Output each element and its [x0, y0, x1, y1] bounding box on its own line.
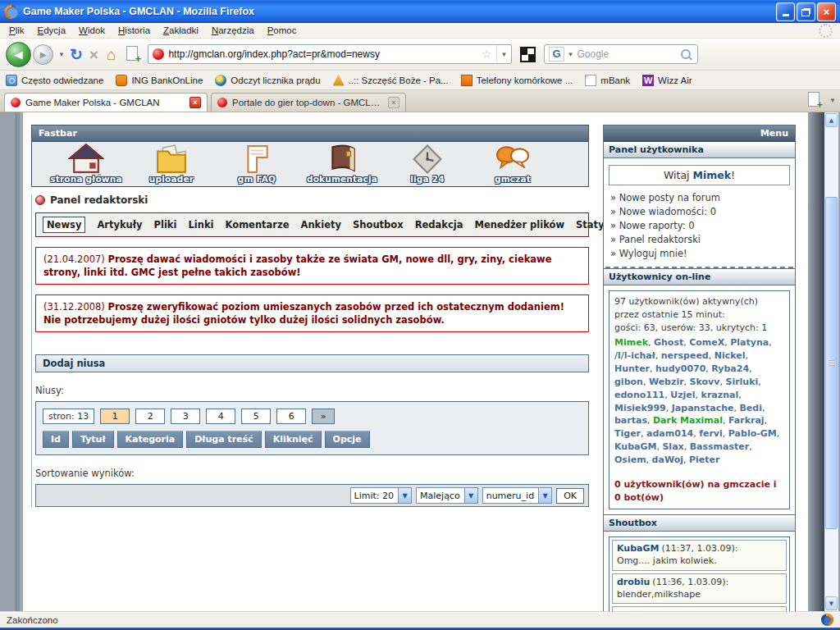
new-page-icon[interactable]: [126, 46, 139, 62]
bookmark-item[interactable]: ..:: Szczęść Boże - Pa...: [333, 75, 449, 86]
restore-button[interactable]: [797, 2, 815, 21]
online-user-link[interactable]: Pablo-GM: [728, 428, 779, 439]
online-user-link[interactable]: bartas: [614, 415, 653, 426]
bookmark-item[interactable]: Wizz Air: [642, 75, 692, 86]
home-button[interactable]: ⌂: [107, 47, 116, 62]
bookmark-item[interactable]: ING BankOnLine: [116, 75, 203, 86]
online-user-link[interactable]: edono111: [614, 390, 670, 400]
forward-button[interactable]: ▶: [33, 44, 53, 65]
limit-select[interactable]: Limit: 20▼: [350, 487, 412, 504]
editor-nav-tab[interactable]: Redakcja: [415, 219, 463, 231]
magnifier-icon[interactable]: [681, 49, 691, 59]
fastbar-item-faq[interactable]: gm FAQ: [219, 144, 294, 185]
online-user-link[interactable]: Bassmaster: [690, 441, 752, 452]
online-user-link[interactable]: Slax: [662, 441, 689, 452]
url-bar[interactable]: http://gmclan.org/index.php?act=pr&mod=n…: [148, 44, 512, 64]
page-number-button[interactable]: 5: [241, 409, 271, 424]
shout-author[interactable]: KubaGM: [617, 543, 659, 554]
sidebar-link[interactable]: Panel redaktorski: [604, 233, 795, 247]
online-user-link[interactable]: daWoj: [652, 454, 689, 465]
google-icon[interactable]: G: [549, 47, 564, 62]
fastbar-item-home[interactable]: strona główna: [48, 144, 124, 185]
menu-item[interactable]: Narzędzia: [205, 24, 261, 37]
reload-button[interactable]: ↻: [70, 47, 83, 62]
bookmark-item[interactable]: Telefony komórkowe ...: [461, 75, 573, 86]
online-user-link[interactable]: /l/l-ichał: [614, 350, 661, 361]
online-user-link[interactable]: fervi: [699, 428, 728, 439]
online-user-link[interactable]: Dark Maximal: [653, 415, 728, 426]
fastbar-item-docs[interactable]: dokumentacja: [304, 144, 380, 185]
online-user-link[interactable]: Ryba24: [711, 363, 751, 374]
sidebar-link[interactable]: Wyloguj mnie!: [604, 247, 795, 261]
history-dropdown-icon[interactable]: ▼: [58, 51, 65, 58]
online-user-link[interactable]: Farkraj: [728, 415, 767, 426]
sidebar-link[interactable]: Nowe raporty: 0: [604, 219, 795, 233]
column-header-button[interactable]: Kategoria: [117, 431, 184, 448]
online-user-link[interactable]: Skovv: [690, 377, 726, 387]
bookmark-item[interactable]: mBank: [585, 75, 630, 86]
online-user-link[interactable]: Uzjel: [670, 390, 701, 400]
next-page-button[interactable]: »: [312, 409, 335, 424]
editor-nav-tab[interactable]: Ankiety: [301, 219, 341, 231]
online-user-link[interactable]: Osiem: [614, 454, 652, 465]
online-user-link[interactable]: ComeX: [689, 337, 730, 348]
column-header-button[interactable]: Opcje: [325, 431, 370, 448]
sidebar-link[interactable]: Nowe wiadomości: 0: [604, 205, 795, 219]
page-number-button[interactable]: 2: [135, 409, 165, 424]
url-dropdown-icon[interactable]: ▼: [496, 45, 508, 63]
editor-nav-tab[interactable]: Shoutbox: [353, 219, 404, 231]
fastbar-item-uploader[interactable]: uploader: [134, 144, 209, 185]
new-tab-button[interactable]: [807, 92, 821, 108]
grid-icon[interactable]: [520, 47, 536, 62]
sidebar-link[interactable]: Nowe posty na forum: [604, 191, 795, 205]
online-user-link[interactable]: Hunter: [614, 363, 655, 374]
fastbar-item-liga[interactable]: liga 24: [390, 144, 465, 185]
online-user-link[interactable]: Webzir: [649, 377, 690, 387]
online-user-link[interactable]: Mimek: [614, 337, 654, 348]
online-user-link[interactable]: Ghost: [654, 337, 689, 348]
tab-gmclan[interactable]: Game Maker Polska - GMCLAN ×: [4, 93, 208, 112]
online-user-link[interactable]: Misiek999: [614, 403, 672, 413]
online-user-link[interactable]: gibon: [614, 377, 649, 387]
editor-nav-tab[interactable]: Pliki: [154, 219, 177, 231]
online-user-link[interactable]: Sirluki: [725, 377, 760, 387]
editor-nav-tab[interactable]: Menedżer plików: [474, 219, 564, 231]
page-number-button[interactable]: 4: [206, 409, 235, 424]
online-user-link[interactable]: kraznal: [701, 390, 742, 400]
ok-button[interactable]: OK: [556, 488, 584, 504]
column-header-button[interactable]: Kliknięć: [265, 431, 322, 448]
online-user-link[interactable]: nerspeed: [661, 350, 714, 361]
tab-list-dropdown-icon[interactable]: ▼: [829, 97, 836, 104]
page-number-button[interactable]: 6: [276, 409, 306, 424]
online-user-link[interactable]: Japanstache: [672, 403, 740, 413]
column-header-button[interactable]: Id: [43, 431, 69, 448]
menu-item[interactable]: Pomoc: [261, 24, 304, 37]
online-user-link[interactable]: Nickel: [714, 350, 748, 361]
editor-nav-tab[interactable]: Komentarze: [226, 219, 290, 231]
add-news-header[interactable]: Dodaj niusa: [35, 354, 589, 372]
tab-forum[interactable]: Portale do gier top-down - GMCLAN For...…: [211, 93, 406, 112]
search-box[interactable]: G ▼ Google: [544, 44, 698, 64]
scrollbar-down-icon[interactable]: ▼: [825, 596, 838, 610]
fastbar-item-gmczat[interactable]: gmczat: [475, 144, 550, 185]
menu-item[interactable]: Zakładki: [157, 24, 205, 37]
tab-close-icon[interactable]: ×: [189, 97, 201, 108]
back-button[interactable]: ◀: [6, 42, 31, 67]
menu-item[interactable]: Edycja: [31, 24, 73, 37]
close-button[interactable]: ×: [817, 2, 836, 21]
online-user-link[interactable]: Bedi: [739, 403, 765, 413]
tab-close-icon[interactable]: ×: [388, 97, 399, 108]
bookmark-item[interactable]: Często odwiedzane: [6, 75, 103, 86]
bookmark-star-icon[interactable]: ☆: [482, 48, 492, 60]
scrollbar-thumb[interactable]: [825, 197, 838, 529]
menu-item[interactable]: Widok: [72, 24, 112, 37]
field-select[interactable]: numeru_id▼: [482, 487, 552, 504]
vertical-scrollbar[interactable]: ▲ ▼: [824, 112, 838, 611]
editor-nav-tab[interactable]: Newsy: [43, 217, 85, 233]
online-user-link[interactable]: Platyna: [730, 337, 771, 348]
column-header-button[interactable]: Długa treść: [186, 431, 261, 448]
editor-nav-tab[interactable]: Artykuły: [97, 219, 142, 231]
shout-author[interactable]: drobiu: [617, 577, 650, 587]
online-user-link[interactable]: KubaGM: [614, 441, 662, 452]
stop-button[interactable]: ×: [89, 47, 98, 62]
